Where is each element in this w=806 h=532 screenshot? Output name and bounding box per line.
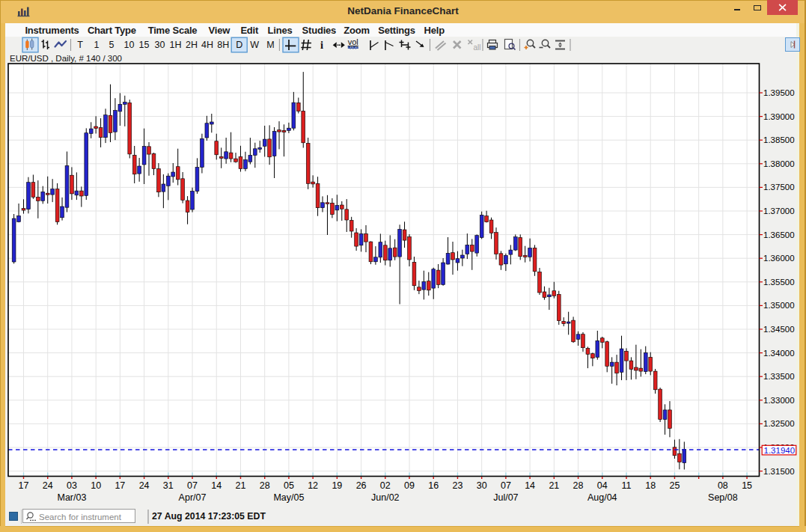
svg-text:1.37500: 1.37500 [763,183,795,192]
svg-text:i: i [320,39,323,51]
svg-text:1.35000: 1.35000 [763,301,795,310]
svg-text:Apr/07: Apr/07 [179,492,207,503]
svg-text:10: 10 [91,480,101,491]
svg-text:Jun/02: Jun/02 [371,492,400,503]
svg-text:all: all [473,43,480,52]
svg-text:24: 24 [43,480,53,491]
svg-text:1.33500: 1.33500 [763,372,795,381]
svg-text:1.39500: 1.39500 [763,88,795,97]
svg-text:16: 16 [428,480,439,491]
svg-text:1.33000: 1.33000 [763,396,795,405]
svg-text:28: 28 [573,480,584,491]
svg-text:May/05: May/05 [273,492,304,503]
svg-text:1.32500: 1.32500 [763,419,795,428]
svg-text:28: 28 [260,480,270,491]
svg-text:1.35500: 1.35500 [763,278,795,287]
svg-text:04: 04 [597,480,608,491]
svg-text:23: 23 [453,480,463,491]
svg-text:Mar/03: Mar/03 [57,492,86,503]
svg-text:1.36000: 1.36000 [763,254,795,263]
svg-text:vol: vol [348,37,358,46]
svg-text:19: 19 [332,480,342,491]
svg-text:1.38500: 1.38500 [763,135,795,144]
svg-text:05: 05 [284,480,294,491]
svg-text:1.31940: 1.31940 [764,446,796,455]
svg-text:1.37000: 1.37000 [763,207,795,215]
svg-text:21: 21 [549,480,559,491]
svg-text:26: 26 [356,480,367,491]
svg-text:Jul/07: Jul/07 [493,492,518,503]
svg-text:07: 07 [501,480,511,491]
svg-text:11: 11 [622,480,632,491]
svg-text:1.39000: 1.39000 [763,112,795,121]
svg-text:14: 14 [211,480,222,491]
svg-text:14: 14 [525,480,535,491]
svg-text:Sep/08: Sep/08 [708,492,738,503]
svg-text:08: 08 [718,480,728,491]
svg-text:1.34500: 1.34500 [763,325,795,334]
svg-text:12: 12 [308,480,318,491]
svg-text:25: 25 [669,480,680,491]
svg-text:1.38000: 1.38000 [763,159,795,168]
svg-text:02: 02 [380,480,391,491]
svg-text:17: 17 [115,480,125,491]
svg-text:Aug/04: Aug/04 [587,492,617,503]
svg-text:17: 17 [19,480,29,491]
svg-text:30: 30 [477,480,487,491]
svg-text:09: 09 [404,480,415,491]
svg-text:18: 18 [645,480,656,491]
svg-text:31: 31 [163,480,174,491]
svg-text:1.31500: 1.31500 [763,467,795,476]
svg-text:24: 24 [139,480,150,491]
svg-text:03: 03 [67,480,77,491]
svg-text:1.34000: 1.34000 [763,349,795,358]
svg-text:1.36500: 1.36500 [763,230,795,239]
svg-text:15: 15 [742,480,752,491]
svg-text:07: 07 [187,480,198,491]
svg-text:21: 21 [236,480,246,491]
